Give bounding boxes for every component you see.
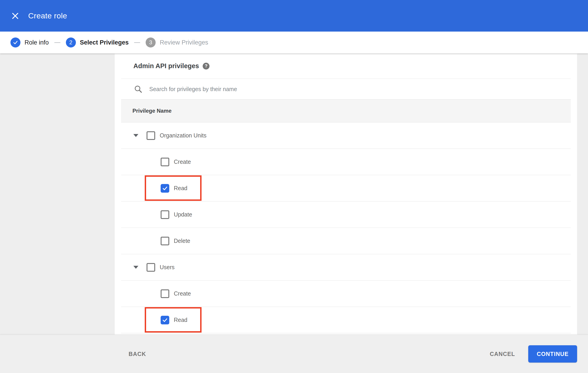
privilege-label: Read — [174, 317, 188, 323]
search-bar — [121, 79, 571, 100]
close-button[interactable] — [10, 11, 21, 21]
checkbox-read-2[interactable] — [161, 184, 169, 193]
annotation-highlight-box — [145, 175, 201, 201]
privilege-label: Organization Units — [160, 132, 207, 139]
cancel-button[interactable]: CANCEL — [488, 348, 516, 361]
privilege-row-create: Create — [121, 149, 571, 175]
collapse-arrow-icon[interactable] — [133, 134, 138, 137]
privilege-row-organization-units: Organization Units — [121, 123, 571, 149]
checkbox-create-6[interactable] — [161, 290, 169, 298]
collapse-arrow-icon[interactable] — [133, 266, 138, 269]
help-icon[interactable]: ? — [203, 63, 210, 70]
checkbox-users-5[interactable] — [147, 263, 155, 272]
dialog-title: Create role — [28, 11, 67, 20]
step-label-review-privileges: Review Privileges — [160, 39, 208, 46]
privilege-row-read: Read — [121, 307, 571, 333]
content-card: Admin API privileges ? Privilege Name Or… — [115, 53, 577, 335]
step-label-role-info: Role info — [24, 39, 49, 46]
step-review-privileges: 3 Review Privileges — [146, 38, 208, 47]
privilege-label: Delete — [174, 238, 190, 244]
privilege-label: Update — [174, 211, 192, 218]
annotation-highlight-box — [145, 307, 201, 332]
privilege-row-update: Update — [121, 201, 571, 228]
footer-bar: BACK CANCEL CONTINUE — [0, 335, 588, 373]
privilege-label: Read — [174, 185, 188, 191]
privilege-row-read: Read — [121, 175, 571, 201]
app-header: Create role — [0, 0, 588, 31]
section-heading-row: Admin API privileges ? — [121, 53, 571, 79]
continue-button[interactable]: CONTINUE — [528, 345, 577, 363]
privilege-label: Users — [160, 264, 175, 270]
step-separator — [54, 42, 60, 43]
privilege-label: Create — [174, 290, 191, 297]
checkbox-delete-4[interactable] — [161, 237, 169, 245]
section-title: Admin API privileges — [133, 62, 199, 70]
checkbox-create-1[interactable] — [161, 158, 169, 166]
checkbox-read-7[interactable] — [161, 316, 169, 324]
step-role-info[interactable]: Role info — [10, 38, 49, 47]
privilege-rows: Organization UnitsCreateReadUpdateDelete… — [121, 123, 571, 333]
checkbox-organization-units-0[interactable] — [147, 131, 155, 140]
privilege-row-delete: Delete — [121, 228, 571, 254]
stepper: Role info 2 Select Privileges 3 Review P… — [0, 31, 588, 53]
step-completed-check-icon — [10, 38, 21, 47]
checkbox-update-3[interactable] — [161, 210, 169, 219]
step-number-badge: 2 — [66, 38, 76, 47]
table-header-label: Privilege Name — [132, 108, 171, 114]
step-number-badge: 3 — [146, 38, 156, 47]
step-select-privileges[interactable]: 2 Select Privileges — [66, 38, 129, 47]
search-icon — [134, 85, 142, 93]
step-label-select-privileges: Select Privileges — [80, 39, 129, 46]
back-button[interactable]: BACK — [127, 348, 147, 361]
step-separator — [134, 42, 140, 43]
privilege-row-create: Create — [121, 280, 571, 307]
privilege-row-users: Users — [121, 254, 571, 280]
privilege-label: Create — [174, 159, 191, 165]
table-header-row: Privilege Name — [121, 100, 571, 123]
search-input[interactable] — [149, 86, 468, 93]
close-icon — [11, 12, 19, 20]
